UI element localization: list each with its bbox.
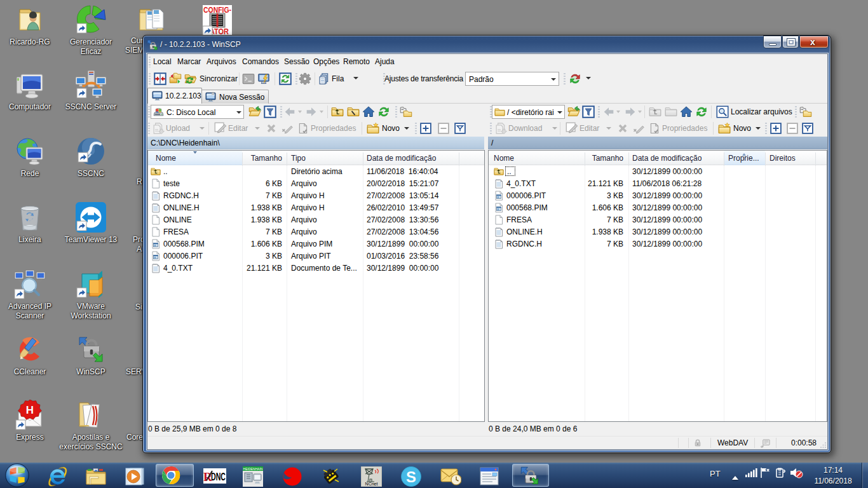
svg-text:HEIDENHAIN: HEIDENHAIN [243, 467, 263, 471]
svg-text:S: S [406, 468, 416, 485]
svg-text:DNC: DNC [211, 471, 226, 483]
svg-text:H: H [26, 404, 34, 416]
svg-text:NCnet: NCnet [365, 482, 378, 486]
